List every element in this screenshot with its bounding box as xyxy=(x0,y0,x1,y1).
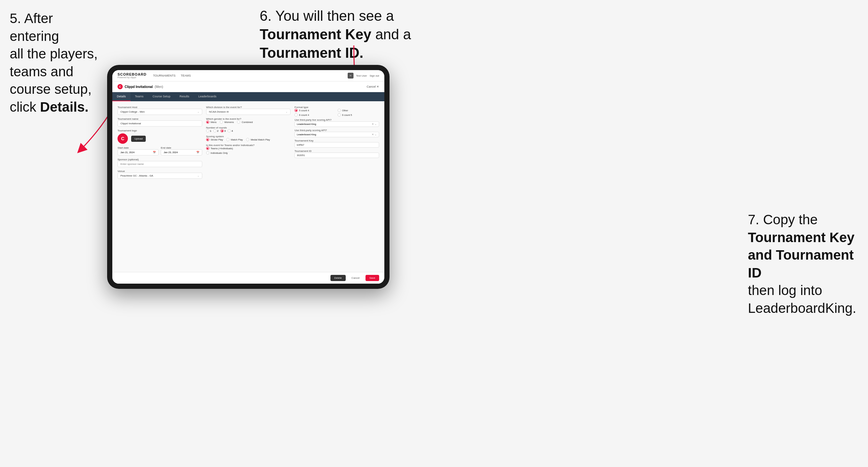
tournament-host-label: Tournament Host xyxy=(118,106,202,109)
radio-format3-dot xyxy=(338,113,341,117)
tournament-breadcrumb: C Clippd Invitational (Men) Cancel ✕ xyxy=(112,82,384,92)
teams-radio-group: Teams (+Individuals) Individuals Only xyxy=(206,147,291,154)
breadcrumb-icon: C xyxy=(118,84,123,89)
round-1[interactable]: 1 xyxy=(206,129,211,132)
live-scoring-2-select[interactable]: Leaderboard King ✕ ⌄ xyxy=(294,132,379,137)
radio-medal-dot xyxy=(246,138,249,141)
col2: Which division is the event for? NCAA Di… xyxy=(206,106,291,179)
division-section: Which division is the event for? NCAA Di… xyxy=(206,106,291,115)
sponsor-input[interactable] xyxy=(118,161,202,167)
delete-button[interactable]: Delete xyxy=(331,275,346,281)
tournament-id-label: Tournament ID xyxy=(294,150,379,153)
logo-circle: C xyxy=(118,133,128,144)
format-other[interactable]: Other xyxy=(338,109,379,112)
rounds-section: Number of rounds 1 2 3 xyxy=(206,126,291,132)
scoring-stroke[interactable]: Stroke Play xyxy=(206,138,223,141)
logo-upload-area: C Upload xyxy=(118,133,202,144)
gender-radio-group: Mens Womens Combined xyxy=(206,120,291,124)
live-scoring-2-label: Use third-party scoring API? xyxy=(294,129,379,132)
tournament-key-section: Tournament Key b4f5b7 xyxy=(294,139,379,148)
round-4[interactable]: 4 xyxy=(227,129,233,132)
tournament-key-label: Tournament Key xyxy=(294,139,379,142)
gender-combined[interactable]: Combined xyxy=(237,120,252,124)
teams-section: Is this event for Teams and/or Individua… xyxy=(206,144,291,154)
tournament-host-input[interactable]: Clippd College - Men ⌄ xyxy=(118,109,202,115)
gender-mens[interactable]: Mens xyxy=(206,120,217,124)
division-chevron-icon: ⌄ xyxy=(286,111,288,113)
tournament-host-section: Tournament Host Clippd College - Men ⌄ xyxy=(118,106,202,115)
division-input[interactable]: NCAA Division III ⌄ xyxy=(206,109,291,115)
end-date-group: End date Jan 23, 2024 📅 xyxy=(161,146,202,155)
end-date-input[interactable]: Jan 23, 2024 📅 xyxy=(161,149,202,155)
tournament-logo-label: Tournament logo xyxy=(118,129,202,132)
teams-label: Is this event for Teams and/or Individua… xyxy=(206,144,291,147)
tab-details[interactable]: Details xyxy=(112,92,130,101)
tournament-id-value: 302051 xyxy=(294,153,379,158)
tab-course-setup[interactable]: Course Setup xyxy=(148,92,175,101)
format-6count5[interactable]: 6 count 5 xyxy=(338,113,379,117)
user-avatar: SI xyxy=(348,73,353,79)
tabs-bar: Details Teams Course Setup Results Leade… xyxy=(112,92,384,101)
tab-teams[interactable]: Teams xyxy=(130,92,148,101)
start-date-label: Start date xyxy=(118,146,159,149)
tournament-key-value: b4f5b7 xyxy=(294,142,379,148)
dates-section: Start date Jan 21, 2024 📅 End date Jan 2… xyxy=(118,146,202,155)
start-date-input[interactable]: Jan 21, 2024 📅 xyxy=(118,149,159,155)
signout-link[interactable]: Sign out xyxy=(370,74,379,77)
save-button[interactable]: Save xyxy=(366,275,379,281)
header-right: SI Test User Sign out xyxy=(348,73,379,79)
round-3[interactable]: 3 xyxy=(220,129,226,132)
rounds-label: Number of rounds xyxy=(206,126,291,129)
annotation-right: 7. Copy theTournament Keyand Tournament … xyxy=(748,211,858,317)
tournament-logo-section: Tournament logo C Upload xyxy=(118,129,202,144)
logo-main: SCOREBOARD xyxy=(118,73,146,76)
app-header: SCOREBOARD Powered by clippd TOURNAMENTS… xyxy=(112,70,384,82)
live-scoring-1-select[interactable]: Leaderboard King ✕ ⌄ xyxy=(294,121,379,127)
select-x-icon-2[interactable]: ✕ ⌄ xyxy=(372,133,377,136)
nav-tournaments[interactable]: TOURNAMENTS xyxy=(153,74,175,77)
teams-plus-individuals[interactable]: Teams (+Individuals) xyxy=(206,147,291,150)
footer-cancel-button[interactable]: Cancel xyxy=(348,275,363,281)
radio-round2-dot xyxy=(213,129,217,132)
tab-results[interactable]: Results xyxy=(175,92,194,101)
cancel-button[interactable]: Cancel ✕ xyxy=(367,85,379,88)
gender-womens[interactable]: Womens xyxy=(220,120,234,124)
scoring-match[interactable]: Match Play xyxy=(226,138,243,141)
form-content: Tournament Host Clippd College - Men ⌄ T… xyxy=(112,101,384,272)
upload-button[interactable]: Upload xyxy=(131,136,146,142)
gender-section: Which gender is the event for? Mens Wome… xyxy=(206,118,291,124)
live-scoring-2-section: Use third-party scoring API? Leaderboard… xyxy=(294,129,379,137)
sponsor-section: Sponsor (optional) xyxy=(118,158,202,167)
scoring-radio-group: Stroke Play Match Play Medal Match Play xyxy=(206,138,291,141)
format-5count4[interactable]: 5 count 4 xyxy=(294,109,336,112)
scoring-medal[interactable]: Medal Match Play xyxy=(246,138,270,141)
radio-stroke-dot xyxy=(206,138,209,141)
col3: Format type 5 count 4 Other 6 count 4 xyxy=(294,106,379,179)
format-label: Format type xyxy=(294,106,379,109)
radio-round4-dot xyxy=(227,129,231,132)
format-6count4[interactable]: 6 count 4 xyxy=(294,113,336,117)
tablet: SCOREBOARD Powered by clippd TOURNAMENTS… xyxy=(107,65,390,289)
sponsor-label: Sponsor (optional) xyxy=(118,158,202,161)
calendar-icon-2: 📅 xyxy=(196,151,199,154)
venue-input[interactable]: Peachtree GC - Atlanta - GA ⌄ xyxy=(118,173,202,179)
gender-label: Which gender is the event for? xyxy=(206,118,291,120)
select-x-icon-1[interactable]: ✕ ⌄ xyxy=(372,123,377,126)
venue-chevron-icon: ⌄ xyxy=(197,175,199,177)
rounds-radio-group: 1 2 3 4 xyxy=(206,129,291,132)
breadcrumb-left: C Clippd Invitational (Men) xyxy=(118,84,163,89)
tournament-name-input[interactable]: Clippd Invitational xyxy=(118,120,202,127)
radio-round3-dot xyxy=(220,129,224,132)
radio-format2-dot xyxy=(294,113,298,117)
radio-format4-dot xyxy=(338,109,341,112)
radio-womens-dot xyxy=(220,120,223,124)
individuals-only[interactable]: Individuals Only xyxy=(206,151,291,154)
calendar-icon: 📅 xyxy=(153,151,156,154)
division-label: Which division is the event for? xyxy=(206,106,291,109)
scoreboard-logo: SCOREBOARD Powered by clippd xyxy=(118,73,146,79)
start-date-group: Start date Jan 21, 2024 📅 xyxy=(118,146,159,155)
round-2[interactable]: 2 xyxy=(213,129,218,132)
tab-leaderboards[interactable]: Leaderboards xyxy=(194,92,221,101)
nav-teams[interactable]: TEAMS xyxy=(181,74,191,77)
form-footer: Delete Cancel Save xyxy=(112,272,384,284)
